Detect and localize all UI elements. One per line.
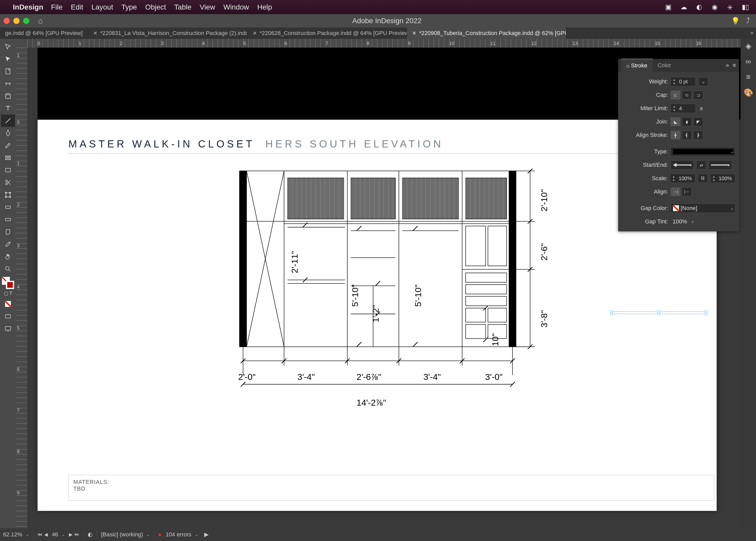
scale-end-stepper[interactable]: ▴▾: [710, 174, 735, 183]
join-bevel-icon[interactable]: ◤: [693, 117, 703, 126]
preflight-errors-dropdown[interactable]: 104 errors⌄: [158, 531, 198, 538]
zoom-level-dropdown[interactable]: 62.12%⌄: [3, 531, 29, 538]
view-mode-icon[interactable]: [1, 310, 15, 322]
line-tool[interactable]: [1, 115, 15, 127]
align-center-icon[interactable]: ╋: [670, 131, 680, 140]
close-icon[interactable]: ✕: [412, 30, 416, 36]
cap-round-icon[interactable]: ⊂: [682, 91, 692, 99]
preflight-circle-icon[interactable]: ◐: [88, 531, 93, 538]
hand-tool[interactable]: [1, 251, 15, 263]
apply-none-icon[interactable]: [1, 298, 15, 310]
sync-status-icon[interactable]: ◉: [709, 2, 720, 13]
traffic-light-minimize[interactable]: [13, 18, 20, 24]
document-tab[interactable]: ✕ *220628_Construction Package.indd @ 64…: [247, 28, 407, 39]
pages-panel-icon[interactable]: ◈: [745, 41, 751, 50]
elevation-drawing[interactable]: 2'-0" 3'-4" 2'-6⅞" 3'-4" 3'-0" 14'-2⅞" 2…: [210, 169, 560, 405]
zoom-status-icon[interactable]: ▣: [663, 2, 674, 13]
weight-stepper[interactable]: ▴▾: [670, 77, 696, 86]
scale-start-stepper[interactable]: ▴▾: [670, 174, 695, 183]
status-arrow-icon[interactable]: ▶: [204, 531, 209, 538]
end-arrow-dropdown[interactable]: ⌄: [709, 160, 732, 170]
menu-object[interactable]: Object: [145, 3, 166, 11]
note-tool[interactable]: [1, 226, 15, 238]
swap-start-end-icon[interactable]: ⇄: [696, 161, 706, 169]
cap-projecting-icon[interactable]: ⊐: [693, 91, 703, 99]
menu-file[interactable]: File: [51, 3, 63, 11]
scale-start-input[interactable]: [677, 176, 695, 182]
tab-stroke[interactable]: ◇Stroke: [621, 59, 652, 72]
rectangle-frame-tool[interactable]: [1, 152, 15, 164]
tab-color[interactable]: Color: [652, 59, 676, 72]
first-page-button[interactable]: ⏮: [38, 532, 42, 537]
panel-menu-icon[interactable]: ≡: [733, 62, 736, 69]
content-collector-tool[interactable]: [1, 90, 15, 102]
page-tool[interactable]: [1, 65, 15, 78]
rectangle-tool[interactable]: [1, 164, 15, 176]
fill-stroke-swatch[interactable]: [2, 277, 14, 289]
close-icon[interactable]: ✕: [93, 30, 98, 36]
arrow-align-extend-icon[interactable]: |→: [682, 187, 692, 196]
join-miter-icon[interactable]: ◣: [670, 117, 680, 126]
tabs-overflow-icon[interactable]: »: [750, 30, 753, 36]
miter-stepper[interactable]: ▴▾: [670, 104, 696, 113]
document-tab[interactable]: ge.indd @ 64% [GPU Preview]: [0, 28, 88, 39]
miter-input[interactable]: [677, 106, 695, 112]
weight-input[interactable]: [677, 79, 695, 85]
panel-header[interactable]: ◇Stroke Color »≡: [618, 59, 739, 72]
document-tab[interactable]: ✕ *220908_Tuberia_Construction Package.i…: [407, 28, 567, 39]
traffic-light-zoom[interactable]: [23, 18, 29, 24]
close-icon[interactable]: ✕: [253, 30, 257, 36]
collapse-icon[interactable]: »: [726, 62, 729, 69]
vertical-ruler[interactable]: 1 0 1 2 3 4 5 6 7 8 9: [16, 39, 27, 528]
document-page[interactable]: MASTER WALK-IN CLOSET HERS SOUTH ELEVATI…: [38, 120, 717, 511]
weight-dropdown-icon[interactable]: ⌄: [698, 77, 708, 86]
stroke-type-dropdown[interactable]: ⌄: [670, 147, 735, 156]
type-tool[interactable]: [1, 102, 15, 115]
selected-object[interactable]: [611, 311, 706, 314]
formatting-container-icon[interactable]: ▢ T: [1, 289, 15, 298]
gradient-feather-tool[interactable]: [1, 213, 15, 226]
horizontal-ruler[interactable]: 0 1 2 3 4 5 6 7 8 9 10 11 12 13 14 15 16: [27, 39, 741, 48]
stroke-panel[interactable]: ◇Stroke Color »≡ Weight: ▴▾ ⌄ Cap: ⊏ ⊂ ⊐…: [618, 59, 739, 232]
pen-tool[interactable]: [1, 127, 15, 139]
battery-icon[interactable]: ▮▯: [740, 2, 751, 13]
menu-help[interactable]: Help: [257, 3, 272, 11]
gapcolor-dropdown[interactable]: [None]⌄: [670, 204, 735, 213]
share-icon[interactable]: ⤴: [746, 17, 750, 25]
scale-end-input[interactable]: [717, 176, 735, 182]
bluetooth-icon[interactable]: ⚹: [725, 2, 735, 13]
stroke-panel-icon[interactable]: ≡: [746, 73, 751, 81]
menu-table[interactable]: Table: [174, 3, 191, 11]
screen-mode-icon[interactable]: [1, 322, 15, 335]
eyedropper-tool[interactable]: [1, 238, 15, 251]
menu-view[interactable]: View: [200, 3, 215, 11]
prev-page-button[interactable]: ◀: [44, 532, 48, 537]
align-inside-icon[interactable]: ┫: [682, 131, 692, 140]
zoom-tool[interactable]: [1, 263, 15, 275]
help-lightbulb-icon[interactable]: 💡: [731, 17, 740, 25]
free-transform-tool[interactable]: [1, 189, 15, 201]
align-outside-icon[interactable]: ┣: [693, 131, 703, 140]
traffic-light-close[interactable]: [4, 18, 10, 24]
preflight-profile-dropdown[interactable]: [Basic] (working)⌄: [101, 531, 150, 538]
start-arrow-dropdown[interactable]: ⌄: [670, 160, 694, 170]
gap-tool[interactable]: [1, 78, 15, 90]
menu-edit[interactable]: Edit: [71, 3, 83, 11]
menu-window[interactable]: Window: [223, 3, 249, 11]
link-scale-icon[interactable]: ⛓: [698, 174, 708, 183]
home-icon[interactable]: ⌂: [38, 16, 43, 25]
adobe-status-icon[interactable]: ◐: [694, 2, 704, 13]
menu-type[interactable]: Type: [122, 3, 137, 11]
scissors-tool[interactable]: [1, 176, 15, 189]
next-page-button[interactable]: ▶: [69, 532, 73, 537]
join-round-icon[interactable]: ◖: [682, 117, 692, 126]
page-number-dropdown[interactable]: 46⌄: [52, 531, 65, 538]
app-name[interactable]: InDesign: [13, 3, 43, 11]
cc-status-icon[interactable]: ☁: [678, 2, 689, 13]
stroke-swatch[interactable]: [6, 281, 14, 289]
direct-selection-tool[interactable]: [1, 53, 15, 65]
menu-layout[interactable]: Layout: [92, 3, 113, 11]
cap-butt-icon[interactable]: ⊏: [670, 91, 680, 99]
materials-box[interactable]: MATERIALS: TBD: [69, 475, 714, 501]
pencil-tool[interactable]: [1, 139, 15, 152]
